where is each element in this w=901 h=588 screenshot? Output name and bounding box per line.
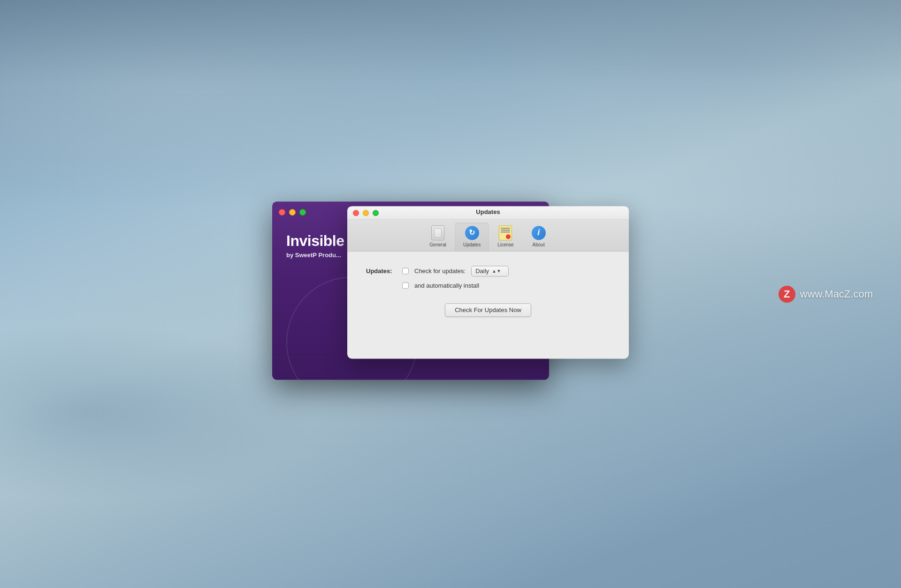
tab-updates[interactable]: ↻ Updates <box>455 222 489 251</box>
watermark-z-icon: Z <box>779 286 795 303</box>
updates-icon-shape: ↻ <box>465 226 479 240</box>
license-tab-icon <box>498 225 513 240</box>
watermark-url: www.MacZ.com <box>800 288 873 300</box>
updates-window: Updates General ↻ Updates <box>347 206 629 359</box>
general-tab-label: General <box>429 242 446 247</box>
updates-content: Updates: Check for updates: Daily ▲▼ and… <box>347 252 629 331</box>
tab-general[interactable]: General <box>421 222 455 251</box>
check-updates-row: Updates: Check for updates: Daily ▲▼ <box>366 266 610 276</box>
updates-maximize-button[interactable] <box>373 210 379 216</box>
check-updates-checkbox[interactable] <box>402 267 409 274</box>
auto-install-checkbox[interactable] <box>402 282 409 289</box>
license-tab-label: License <box>497 242 513 247</box>
about-tab-icon: i <box>531 225 546 240</box>
license-icon-shape <box>499 225 512 240</box>
about-tab-label: About <box>533 242 545 247</box>
updates-titlebar: Updates <box>347 206 629 220</box>
invisible-maximize-button[interactable] <box>299 209 306 215</box>
check-for-updates-label: Check for updates: <box>414 267 466 275</box>
windows-container: ⚙ Invisible by SweetP Produ... Updates <box>272 201 629 380</box>
tabs-bar: General ↻ Updates Lice <box>347 220 629 252</box>
frequency-selected-value: Daily <box>475 267 489 275</box>
auto-install-row: and automatically install <box>402 282 610 289</box>
frequency-dropdown[interactable]: Daily ▲▼ <box>471 266 509 276</box>
invisible-close-button[interactable] <box>279 209 285 215</box>
tab-license[interactable]: License <box>489 222 522 251</box>
invisible-minimize-button[interactable] <box>289 209 296 215</box>
updates-tab-label: Updates <box>463 242 481 247</box>
watermark: Z www.MacZ.com <box>779 286 873 303</box>
check-updates-now-button[interactable]: Check For Updates Now <box>445 303 531 317</box>
auto-install-label: and automatically install <box>414 282 479 289</box>
updates-traffic-lights <box>347 210 384 220</box>
general-tab-icon <box>430 225 445 240</box>
dropdown-arrow-icon: ▲▼ <box>492 268 501 274</box>
tab-about[interactable]: i About <box>522 222 555 251</box>
about-icon-shape: i <box>532 226 546 240</box>
updates-field-label: Updates: <box>366 267 397 275</box>
updates-window-title: Updates <box>476 208 500 215</box>
general-icon-shape <box>431 225 444 240</box>
updates-minimize-button[interactable] <box>363 210 369 216</box>
updates-close-button[interactable] <box>353 210 359 216</box>
updates-tab-icon: ↻ <box>465 225 480 240</box>
